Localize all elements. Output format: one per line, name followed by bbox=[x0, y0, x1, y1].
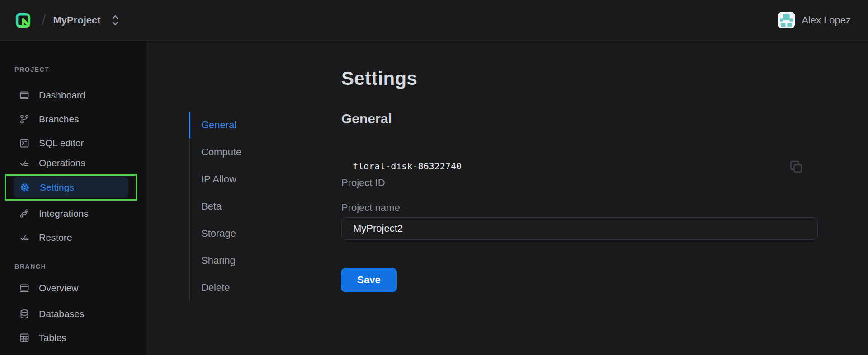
settings-nav-ip-allow[interactable]: IP Allow bbox=[190, 166, 293, 193]
click-annotation-box: Settings bbox=[5, 174, 137, 201]
neon-logo-icon[interactable] bbox=[14, 11, 32, 29]
check-list-icon bbox=[19, 232, 30, 243]
sidebar-item-label: Tables bbox=[39, 332, 66, 343]
sidebar-item-label: Integrations bbox=[39, 208, 89, 219]
breadcrumb-slash: / bbox=[42, 11, 46, 29]
save-button[interactable]: Save bbox=[341, 268, 397, 292]
sidebar-item-tables[interactable]: Tables bbox=[0, 327, 147, 348]
sidebar-item-sql-editor[interactable]: SQL editor bbox=[0, 133, 147, 154]
top-bar: / MyProject Alex Lopez bbox=[0, 0, 868, 41]
settings-nav-sharing[interactable]: Sharing bbox=[190, 247, 293, 274]
sidebar-item-integrations[interactable]: Integrations bbox=[0, 203, 147, 224]
sidebar-item-label: Databases bbox=[39, 308, 84, 319]
sidebar-item-settings[interactable]: Settings bbox=[14, 177, 128, 198]
check-list-icon bbox=[19, 158, 30, 168]
git-branch-icon bbox=[19, 114, 30, 125]
sidebar: PROJECT Dashboard Branches SQL editor bbox=[0, 41, 147, 355]
user-name: Alex Lopez bbox=[802, 14, 851, 26]
chevron-up-down-icon bbox=[112, 14, 119, 27]
sidebar-item-dashboard[interactable]: Dashboard bbox=[0, 85, 147, 106]
settings-nav-general[interactable]: General bbox=[190, 112, 293, 139]
table-icon bbox=[19, 332, 30, 343]
project-selector[interactable]: MyProject bbox=[53, 14, 118, 27]
sidebar-section-branch: BRANCH bbox=[14, 263, 147, 270]
terminal-icon bbox=[19, 138, 30, 149]
avatar bbox=[778, 12, 795, 28]
project-id-value: floral-disk-86322740 bbox=[353, 161, 462, 172]
project-name: MyProject bbox=[53, 14, 100, 26]
page-title: Settings bbox=[341, 68, 417, 89]
settings-nav-compute[interactable]: Compute bbox=[190, 139, 293, 166]
sidebar-item-label: Restore bbox=[39, 232, 72, 243]
project-name-input[interactable] bbox=[341, 217, 818, 240]
section-heading: General bbox=[341, 111, 392, 126]
sidebar-item-restore[interactable]: Restore bbox=[0, 227, 147, 248]
sidebar-item-label: Settings bbox=[40, 182, 74, 193]
window-icon bbox=[19, 90, 30, 101]
project-name-label: Project name bbox=[341, 202, 400, 214]
sidebar-item-label: Dashboard bbox=[39, 90, 85, 101]
sidebar-item-branches[interactable]: Branches bbox=[0, 109, 147, 130]
settings-nav-beta[interactable]: Beta bbox=[190, 193, 293, 220]
sidebar-section-project: PROJECT bbox=[14, 66, 147, 73]
copy-icon bbox=[787, 158, 805, 176]
project-id-label: Project ID bbox=[341, 177, 385, 189]
sidebar-item-overview[interactable]: Overview bbox=[0, 278, 147, 299]
sidebar-item-operations[interactable]: Operations bbox=[0, 153, 147, 173]
sidebar-item-label: Overview bbox=[39, 283, 79, 294]
sidebar-item-label: Operations bbox=[39, 158, 85, 168]
sidebar-item-label: Branches bbox=[39, 114, 79, 125]
settings-nav: General Compute IP Allow Beta Storage Sh… bbox=[189, 112, 293, 301]
sidebar-item-databases[interactable]: Databases bbox=[0, 304, 147, 324]
settings-nav-storage[interactable]: Storage bbox=[190, 220, 293, 247]
settings-nav-delete[interactable]: Delete bbox=[190, 274, 293, 301]
gear-icon bbox=[19, 182, 31, 193]
window-icon bbox=[19, 283, 30, 294]
main-content: Settings General Compute IP Allow Beta S… bbox=[147, 41, 868, 355]
integrations-icon bbox=[19, 208, 30, 219]
user-menu[interactable]: Alex Lopez bbox=[778, 12, 851, 28]
database-icon bbox=[19, 308, 30, 319]
copy-button[interactable] bbox=[786, 157, 806, 177]
sidebar-item-label: SQL editor bbox=[39, 138, 84, 149]
